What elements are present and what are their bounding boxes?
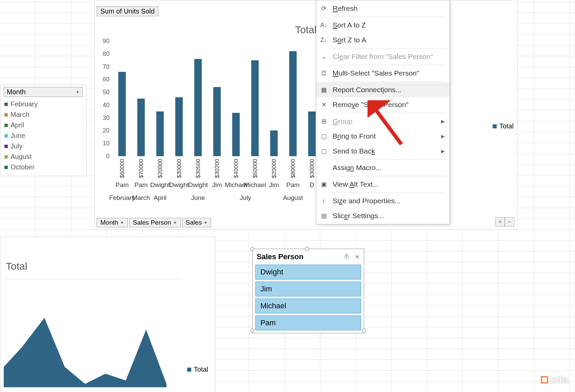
sales-person-slicer[interactable]: Sales Person ⫛ ⨯ DwightJimMichaelPam: [252, 249, 364, 333]
bar[interactable]: [175, 97, 183, 156]
context-menu-label: View Alt Text...: [333, 180, 379, 188]
area-plot: [4, 279, 180, 387]
y-tick: 80: [103, 50, 110, 57]
month-filter-item[interactable]: March: [4, 109, 83, 120]
month-filter-item[interactable]: June: [4, 130, 83, 141]
refresh-icon: ⟳: [320, 4, 328, 13]
slicer-item[interactable]: Pam: [255, 315, 361, 330]
context-menu-item[interactable]: ▦Report Connections...: [316, 82, 450, 97]
filter-button[interactable]: Sales Person▼: [129, 218, 181, 227]
month-filter-list: FebruaryMarchAprilJuneJulyAugustOctober: [4, 99, 83, 172]
slicer-title: Sales Person: [257, 252, 303, 261]
slicer-item[interactable]: Michael: [255, 298, 361, 313]
context-menu-item[interactable]: ▣View Alt Text...: [316, 177, 450, 192]
slicer-items: DwightJimMichaelPam: [255, 265, 361, 330]
x-value-label: $20000: [271, 159, 278, 178]
month-filter-item[interactable]: July: [4, 141, 83, 151]
context-menu-item[interactable]: Z↓Sort Z to A: [316, 33, 450, 47]
color-swatch-icon: [4, 145, 8, 148]
area-chart[interactable]: Total Total: [0, 236, 215, 392]
y-tick: 10: [103, 140, 110, 147]
bar[interactable]: [251, 60, 259, 156]
bar[interactable]: [213, 87, 221, 156]
x-month-label: February: [109, 194, 135, 202]
context-menu-item[interactable]: A↓Sort A to Z: [316, 18, 450, 33]
month-filter-item[interactable]: February: [4, 99, 83, 109]
x-month-label: August: [283, 194, 303, 202]
blank-icon: [320, 164, 328, 172]
filter-button-label: Sales: [186, 219, 202, 226]
bar[interactable]: [137, 99, 145, 156]
selection-handle[interactable]: [250, 329, 254, 333]
context-menu-item[interactable]: ✕Remove "Sales Person": [316, 97, 450, 112]
y-tick: 90: [103, 38, 110, 45]
multi-select-icon[interactable]: ⫛: [344, 253, 350, 261]
month-filter-item[interactable]: October: [4, 162, 83, 172]
bar[interactable]: [232, 113, 240, 156]
x-value-label: $40000: [233, 159, 240, 178]
bar[interactable]: [156, 111, 164, 156]
chart-title: Total: [295, 24, 316, 36]
slicer-item[interactable]: Dwight: [255, 265, 361, 280]
context-menu-label: Sort Z to A: [333, 36, 366, 44]
context-menu-separator: [332, 159, 446, 160]
za-icon: Z↓: [320, 36, 328, 44]
y-tick: 20: [103, 127, 110, 134]
dropdown-arrow-icon: ▼: [120, 221, 124, 225]
report-icon: ▦: [320, 86, 328, 94]
selection-handle[interactable]: [250, 247, 254, 251]
month-filter-header[interactable]: Month ▼: [4, 87, 83, 97]
size-icon: ↕: [320, 197, 328, 205]
context-menu-item[interactable]: ▢Bring to Front▶: [316, 129, 450, 144]
context-menu-separator: [332, 192, 446, 193]
bar[interactable]: [289, 51, 297, 156]
filter-button[interactable]: Month▼: [97, 218, 128, 227]
context-menu-item[interactable]: ▢Send to Back▶: [316, 144, 450, 159]
bar[interactable]: [118, 72, 126, 156]
zoom-in-button[interactable]: +: [495, 217, 505, 227]
context-menu-label: Refresh: [333, 4, 358, 13]
slicer-header: Sales Person ⫛ ⨯: [255, 252, 361, 265]
svg-marker-0: [4, 318, 166, 387]
filter-button-label: Sales Person: [133, 219, 171, 226]
x-person-label: Michael: [244, 181, 266, 189]
az-icon: A↓: [320, 21, 328, 29]
selection-handle[interactable]: [305, 247, 309, 251]
submenu-arrow-icon: ▶: [441, 148, 445, 154]
area-chart-legend[interactable]: Total: [187, 366, 208, 373]
bar[interactable]: [308, 111, 316, 156]
selection-handle[interactable]: [362, 329, 366, 333]
y-tick: 0: [106, 153, 110, 160]
chart-value-badge[interactable]: Sum of Units Sold: [97, 6, 158, 16]
month-filter-panel: Month ▼ FebruaryMarchAprilJuneJulyAugust…: [0, 85, 86, 176]
context-menu-item[interactable]: Assign Macro...: [316, 160, 450, 175]
clear-filter-icon[interactable]: ⨯: [355, 253, 360, 261]
bar[interactable]: [270, 130, 278, 156]
context-menu-separator: [332, 176, 446, 176]
x-value-label: $30000: [309, 159, 316, 178]
month-filter-item[interactable]: April: [4, 120, 83, 130]
group-icon: ⊞: [320, 117, 328, 125]
context-menu-label: Slicer Settings...: [333, 212, 384, 220]
filter-button[interactable]: Sales▼: [182, 218, 211, 227]
context-menu: ⟳RefreshA↓Sort A to ZZ↓Sort Z to A⌄Clear…: [316, 0, 450, 224]
context-menu-item[interactable]: ⟳Refresh: [316, 1, 450, 16]
bar[interactable]: [194, 59, 202, 156]
chart-legend[interactable]: Total: [493, 122, 514, 130]
area-legend-label: Total: [194, 366, 208, 373]
context-menu-label: Remove "Sales Person": [333, 101, 409, 109]
context-menu-item: ⌄Clear Filter from "Sales Person": [316, 49, 450, 64]
x-month-label: June: [191, 194, 205, 202]
x-value-label: $80000: [290, 159, 297, 178]
context-menu-item[interactable]: ▤Slicer Settings...: [316, 208, 450, 223]
dropdown-arrow-icon: ▼: [173, 221, 177, 225]
zoom-out-button[interactable]: −: [505, 217, 514, 227]
month-filter-item[interactable]: August: [4, 151, 83, 162]
slicer-item[interactable]: Jim: [255, 282, 361, 296]
month-item-label: August: [11, 153, 32, 161]
context-menu-item[interactable]: ☲Multi-Select "Sales Person": [316, 66, 450, 81]
pivot-chart[interactable]: Sum of Units Sold Total 0102030405060708…: [94, 0, 517, 230]
context-menu-separator: [332, 17, 446, 17]
context-menu-item[interactable]: ↕Size and Properties...: [316, 193, 450, 208]
month-item-label: July: [11, 142, 23, 150]
